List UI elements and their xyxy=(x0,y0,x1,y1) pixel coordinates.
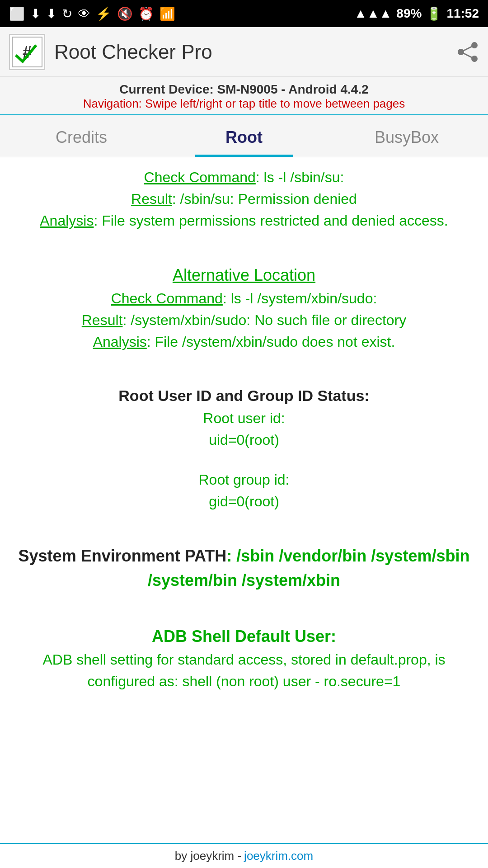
adb-title-line: ADB Shell Default User: xyxy=(14,624,474,649)
analysis-label-1: Analysis xyxy=(40,212,94,229)
svg-line-6 xyxy=(461,52,474,59)
result-label-2: Result xyxy=(82,312,123,328)
nav-hint: Navigation: Swipe left/right or tap titl… xyxy=(9,97,479,111)
tab-credits[interactable]: Credits xyxy=(0,115,163,157)
app-title: Root Checker Pro xyxy=(54,41,212,63)
check-command-value-2: : ls -l /system/xbin/sudo: xyxy=(223,290,377,307)
env-path-content: System Environment PATH: /sbin /vendor/b… xyxy=(14,544,474,593)
uid-value: uid=0(root) xyxy=(14,429,474,451)
main-content: Check Command: ls -l /sbin/su: Result: /… xyxy=(0,157,488,746)
time-display: 11:52 xyxy=(446,6,479,21)
analysis-label-2: Analysis xyxy=(93,334,147,350)
app-bar: # Root Checker Pro xyxy=(0,27,488,77)
check-command-label-2: Check Command xyxy=(111,290,223,307)
result-label-1: Result xyxy=(131,191,172,207)
footer: by joeykrim - joeykrim.com xyxy=(0,843,488,868)
device-info-bar: Current Device: SM-N9005 - Android 4.4.2… xyxy=(0,77,488,115)
result-value-1: : /sbin/su: Permission denied xyxy=(172,191,357,207)
check-command-label-1: Check Command xyxy=(144,169,256,185)
section-alternative-location: Alternative Location Check Command: ls -… xyxy=(14,263,474,353)
download-icon: ⬇ xyxy=(30,6,41,21)
status-icons-left: ⬜ ⬇ ⬇ ↻ 👁 ⚡ 🔇 ⏰ 📶 xyxy=(9,6,175,21)
share-button[interactable] xyxy=(456,41,479,63)
result-2: Result: /system/xbin/sudo: No such file … xyxy=(14,309,474,331)
mute-icon: 🔇 xyxy=(117,6,133,21)
signal-icon: ▲▲▲ xyxy=(354,6,392,21)
check-command-value-1: : ls -l /sbin/su: xyxy=(256,169,344,185)
wifi-icon: 📶 xyxy=(160,6,175,21)
check-command-1: Check Command: ls -l /sbin/su: xyxy=(14,166,474,188)
result-value-2: : /system/xbin/sudo: No such file or dir… xyxy=(122,312,406,328)
tab-bar: Credits Root BusyBox xyxy=(0,115,488,157)
device-name: Current Device: SM-N9005 - Android 4.4.2 xyxy=(9,82,479,97)
check-command-2: Check Command: ls -l /system/xbin/sudo: xyxy=(14,288,474,309)
refresh-icon: ↻ xyxy=(62,6,72,21)
battery-text: 89% xyxy=(396,6,422,21)
adb-text: ADB shell setting for standard access, s… xyxy=(14,649,474,692)
svg-line-5 xyxy=(461,45,474,52)
tab-root[interactable]: Root xyxy=(163,115,325,157)
alt-location-title: Alternative Location xyxy=(14,263,474,288)
section-sbin-su: Check Command: ls -l /sbin/su: Result: /… xyxy=(14,166,474,231)
eye-icon: 👁 xyxy=(78,6,90,21)
analysis-value-2: : File /system/xbin/sudo does not exist. xyxy=(147,334,395,350)
screenshot-icon: ⬜ xyxy=(9,6,25,21)
analysis-1: Analysis: File system permissions restri… xyxy=(14,210,474,231)
tab-busybox[interactable]: BusyBox xyxy=(325,115,488,157)
root-user-id-label: Root user id: xyxy=(14,407,474,429)
bluetooth-icon: ⚡ xyxy=(96,6,112,21)
footer-text: by joeykrim - xyxy=(175,849,241,863)
alarm-icon: ⏰ xyxy=(138,6,154,21)
app-bar-left: # Root Checker Pro xyxy=(9,34,212,70)
battery-icon: 🔋 xyxy=(426,6,442,21)
root-group-id-label: Root group id: xyxy=(14,469,474,491)
analysis-value-1: : File system permissions restricted and… xyxy=(94,212,448,229)
section-root-uid-gid: Root User ID and Group ID Status: Root u… xyxy=(14,384,474,512)
result-1: Result: /sbin/su: Permission denied xyxy=(14,188,474,210)
analysis-2: Analysis: File /system/xbin/sudo does no… xyxy=(14,331,474,353)
gid-value: gid=0(root) xyxy=(14,491,474,512)
download2-icon: ⬇ xyxy=(46,6,56,21)
section-adb-shell: ADB Shell Default User: ADB shell settin… xyxy=(14,624,474,692)
uid-gid-title: Root User ID and Group ID Status: xyxy=(14,384,474,407)
app-logo: # xyxy=(9,34,45,70)
section-env-path: System Environment PATH: /sbin /vendor/b… xyxy=(14,544,474,593)
footer-link[interactable]: joeykrim.com xyxy=(244,849,313,863)
status-bar: ⬜ ⬇ ⬇ ↻ 👁 ⚡ 🔇 ⏰ 📶 ▲▲▲ 89% 🔋 11:52 xyxy=(0,0,488,27)
status-icons-right: ▲▲▲ 89% 🔋 11:52 xyxy=(354,6,479,21)
